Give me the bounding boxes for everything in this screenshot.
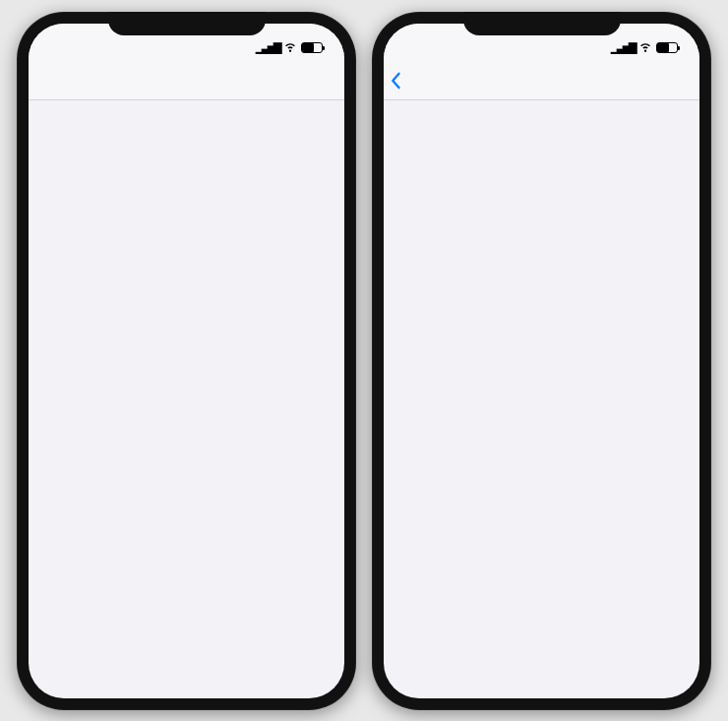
signal-icon: ▁▃▅▇ <box>611 41 635 54</box>
wifi-icon <box>283 39 297 56</box>
settings-content[interactable] <box>29 100 344 698</box>
screen-left: ▁▃▅▇ <box>29 24 344 698</box>
signal-icon: ▁▃▅▇ <box>256 41 279 54</box>
notch <box>108 12 266 35</box>
battery-icon <box>656 42 678 53</box>
phone-left: ▁▃▅▇ <box>17 12 356 710</box>
phone-right: ▁▃▅▇ <box>372 12 711 710</box>
wifi-icon <box>638 39 652 56</box>
battery-icon <box>301 42 323 53</box>
back-button[interactable] <box>390 63 403 99</box>
control-center-content[interactable] <box>384 100 699 698</box>
screen-right: ▁▃▅▇ <box>384 24 699 698</box>
status-right: ▁▃▅▇ <box>611 39 678 56</box>
status-right: ▁▃▅▇ <box>256 39 323 56</box>
notch <box>463 12 621 35</box>
nav-bar-cc <box>384 63 699 100</box>
nav-bar-settings <box>29 63 344 100</box>
